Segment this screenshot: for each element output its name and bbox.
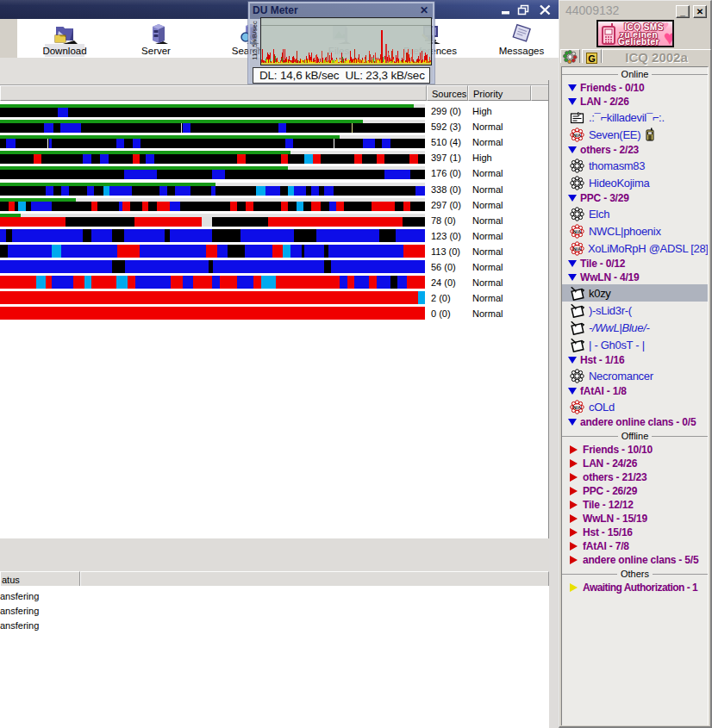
svg-text:N/A: N/A xyxy=(573,404,582,409)
svg-text:N/A: N/A xyxy=(573,246,582,251)
svg-text:N/A: N/A xyxy=(573,132,582,137)
svg-text:N/A: N/A xyxy=(573,228,582,233)
